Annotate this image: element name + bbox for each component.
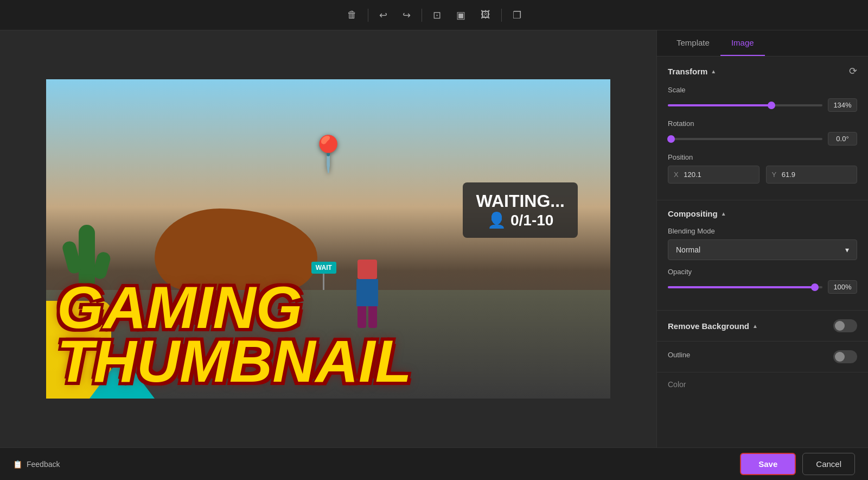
transform-section: Transform ▲ ⟳ Scale 134% Rotation — [657, 56, 868, 200]
tab-template[interactable]: Template — [666, 30, 720, 56]
toolbar-divider-2 — [422, 9, 422, 22]
bottom-actions: Save Cancel — [740, 453, 855, 475]
toggle-knob — [835, 321, 845, 331]
pos-y-value: 61.9 — [782, 170, 795, 179]
outline-toggle-knob — [835, 352, 845, 362]
canvas-area[interactable]: 📍 WAITING... 👤 0/1-10 WAIT — [0, 30, 656, 447]
blending-mode-label: Blending Mode — [668, 227, 857, 235]
rotation-slider-row: 0.0° — [668, 132, 857, 146]
person-icon: 👤 — [487, 211, 506, 229]
feedback-icon: 📋 — [13, 460, 22, 469]
color-label: Color — [668, 380, 857, 389]
remove-bg-collapse-icon[interactable]: ▲ — [752, 323, 758, 329]
image-toolbar-icon[interactable]: 🖼 — [476, 6, 495, 24]
blending-mode-value: Normal — [676, 245, 700, 254]
color-section: Color — [657, 372, 868, 396]
rotation-label: Rotation — [668, 119, 857, 128]
feedback-button[interactable]: 📋 Feedback — [13, 460, 60, 469]
scale-value[interactable]: 134% — [828, 98, 857, 112]
main-content: 📍 WAITING... 👤 0/1-10 WAIT — [0, 30, 868, 447]
remove-background-row: Remove Background ▲ — [668, 319, 857, 332]
thumbnail-title: GAMING THUMBNAIL — [57, 280, 412, 388]
pos-y-label: Y — [772, 170, 777, 179]
scale-label: Scale — [668, 86, 857, 94]
toolbar-divider-1 — [368, 9, 368, 22]
opacity-slider-track[interactable] — [668, 286, 822, 288]
delete-icon[interactable]: 🗑 — [343, 6, 361, 24]
panel-tabs: Template Image — [657, 30, 868, 56]
scale-slider-track[interactable] — [668, 104, 822, 106]
scale-slider-thumb[interactable] — [768, 102, 775, 109]
redo-icon[interactable]: ↪ — [398, 6, 415, 24]
rotation-value[interactable]: 0.0° — [828, 132, 857, 146]
transform-header: Transform ▲ ⟳ — [668, 65, 857, 77]
rotation-property: Rotation 0.0° — [668, 119, 857, 146]
opacity-value[interactable]: 100% — [828, 280, 857, 294]
chevron-down-icon: ▾ — [845, 245, 849, 254]
rotation-slider-thumb[interactable] — [667, 135, 675, 143]
transform-reset-icon[interactable]: ⟳ — [849, 65, 857, 77]
tab-image[interactable]: Image — [720, 30, 765, 56]
bottom-bar: 📋 Feedback Save Cancel — [0, 447, 868, 480]
crop-icon[interactable]: ⊡ — [429, 6, 445, 24]
save-button[interactable]: Save — [740, 453, 796, 475]
position-property: Position X 120.1 Y 61.9 — [668, 153, 857, 184]
waiting-count: 👤 0/1-10 — [476, 211, 565, 229]
blending-mode-select[interactable]: Normal ▾ — [668, 239, 857, 260]
outline-row: Outline — [668, 350, 857, 363]
position-y-field[interactable]: Y 61.9 — [766, 166, 858, 184]
scale-property: Scale 134% — [668, 86, 857, 112]
scale-slider-row: 134% — [668, 98, 857, 112]
right-panel: Template Image Transform ▲ ⟳ Scale — [656, 30, 868, 447]
outline-section: Outline — [657, 342, 868, 372]
position-label: Position — [668, 153, 857, 161]
blending-mode-property: Blending Mode Normal ▾ — [668, 227, 857, 260]
opacity-slider-row: 100% — [668, 280, 857, 294]
undo-icon[interactable]: ↩ — [375, 6, 392, 24]
outline-label: Outline — [668, 351, 690, 359]
sign-board: WAIT — [311, 262, 336, 274]
opacity-property: Opacity 100% — [668, 268, 857, 294]
template-icon[interactable]: ▣ — [452, 6, 470, 24]
position-x-field[interactable]: X 120.1 — [668, 166, 760, 184]
compositing-header: Compositing ▲ — [668, 209, 857, 218]
scale-slider-fill — [668, 104, 771, 106]
waiting-overlay: WAITING... 👤 0/1-10 — [463, 182, 578, 238]
remove-background-toggle[interactable] — [833, 319, 857, 332]
pos-x-label: X — [674, 170, 679, 179]
opacity-slider-fill — [668, 286, 815, 288]
toolbar: 🗑 ↩ ↪ ⊡ ▣ 🖼 ❐ — [0, 0, 868, 30]
transform-title: Transform ▲ — [668, 67, 716, 76]
rotation-slider-track[interactable] — [668, 138, 822, 140]
toolbar-divider-3 — [501, 9, 502, 22]
remove-background-title: Remove Background ▲ — [668, 321, 758, 331]
layers-icon[interactable]: ❐ — [508, 6, 526, 24]
character-head — [358, 260, 377, 279]
position-row: X 120.1 Y 61.9 — [668, 166, 857, 184]
thumbnail-preview: 📍 WAITING... 👤 0/1-10 WAIT — [46, 79, 610, 399]
outline-toggle[interactable] — [833, 350, 857, 363]
transform-collapse-icon[interactable]: ▲ — [711, 68, 716, 74]
waiting-text: WAITING... — [476, 191, 565, 211]
compositing-title: Compositing ▲ — [668, 209, 726, 218]
thumbnail-title-line1: GAMING — [57, 280, 412, 334]
cancel-button[interactable]: Cancel — [802, 453, 855, 475]
compositing-collapse-icon[interactable]: ▲ — [721, 211, 726, 217]
opacity-slider-thumb[interactable] — [811, 283, 819, 291]
opacity-label: Opacity — [668, 268, 857, 276]
thumbnail-title-line2: THUMBNAIL — [57, 334, 412, 388]
remove-background-section: Remove Background ▲ — [657, 311, 868, 342]
feedback-label: Feedback — [27, 460, 60, 469]
location-pin: 📍 — [307, 134, 350, 174]
pos-x-value: 120.1 — [684, 170, 701, 179]
compositing-section: Compositing ▲ Blending Mode Normal ▾ Opa… — [657, 200, 868, 311]
